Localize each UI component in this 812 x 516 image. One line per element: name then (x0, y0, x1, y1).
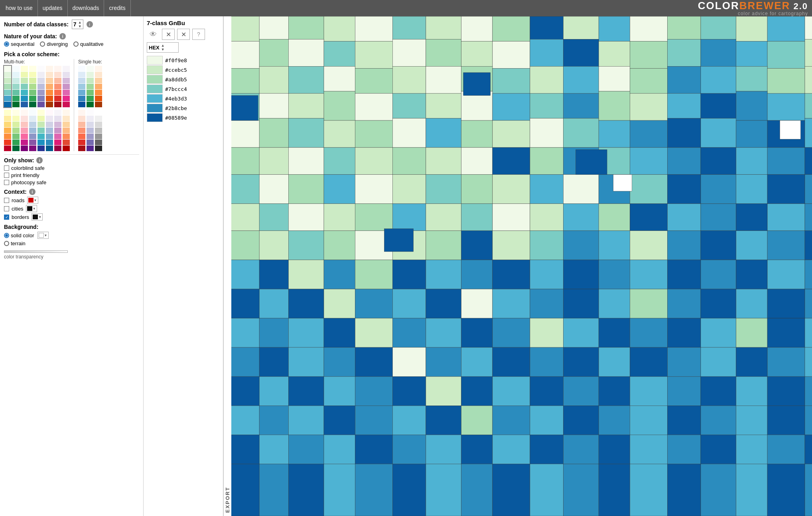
format-select[interactable]: HEX ▲ ▼ (147, 42, 179, 53)
swatch-col-gnbu_selected[interactable] (4, 66, 11, 107)
radio-sequential[interactable]: sequential (4, 41, 34, 47)
scheme-area: Multi-hue: Single hue: (4, 59, 139, 151)
num-classes-info[interactable]: i (87, 21, 93, 28)
swatch-col-bupu[interactable] (29, 110, 36, 151)
swatch-col-purd[interactable] (54, 110, 61, 151)
only-show-info[interactable]: i (36, 157, 43, 163)
cb-colorblind-box[interactable] (4, 165, 9, 171)
swatch-cell (37, 66, 45, 71)
svg-rect-55 (667, 66, 701, 93)
question-icon-btn[interactable]: ? (192, 29, 205, 40)
swatch-col-ylgn[interactable] (12, 110, 20, 151)
svg-rect-223 (259, 318, 288, 347)
svg-rect-345 (780, 120, 800, 139)
swatch-cell (78, 110, 85, 115)
swatch-cell (78, 102, 85, 107)
swatch-col-oranges[interactable] (46, 66, 53, 107)
color-hex: #2b8cbe (165, 105, 187, 111)
swatch-col-greens[interactable] (29, 66, 36, 107)
context-info[interactable]: i (29, 189, 35, 195)
transparency-slider[interactable] (4, 250, 68, 253)
swatch-col-rdpu[interactable] (21, 110, 28, 151)
cb-colorblind[interactable]: colorblind safe (4, 165, 139, 171)
bg-color-dropdown[interactable]: ▼ (37, 232, 49, 239)
cb-cities-box[interactable] (4, 206, 9, 211)
svg-rect-88 (426, 118, 461, 148)
brand-color-text: COLOR (698, 0, 739, 12)
swatch-col-sh1[interactable] (78, 66, 85, 107)
svg-rect-268 (426, 376, 461, 406)
swatch-col-ylorrd[interactable] (4, 110, 11, 151)
svg-rect-16 (701, 16, 736, 39)
swatch-cell (87, 96, 94, 101)
export-label[interactable]: EXPORT (223, 16, 231, 516)
swatch-cell (95, 128, 102, 133)
svg-rect-150 (493, 204, 530, 231)
swatch-cell (54, 128, 61, 133)
swatch-col-pinks[interactable] (63, 66, 70, 107)
swatch-col-sh5[interactable] (87, 110, 94, 151)
nav-how-to-use[interactable]: how to use (4, 0, 38, 16)
cities-color-dropdown[interactable]: ▼ (26, 205, 37, 212)
svg-rect-177 (736, 231, 767, 260)
svg-rect-110 (493, 148, 530, 175)
swatch-col-orrd[interactable] (63, 110, 70, 151)
svg-rect-44 (288, 66, 324, 93)
borders-color-dropdown[interactable]: ▼ (32, 213, 43, 221)
svg-rect-309 (461, 435, 493, 464)
svg-rect-184 (288, 260, 324, 289)
svg-rect-3 (259, 16, 288, 39)
cb-print-box[interactable] (4, 173, 9, 178)
svg-rect-218 (767, 289, 805, 318)
swatch-col-bugn[interactable] (12, 66, 20, 107)
swatch-col-blues[interactable] (21, 66, 28, 107)
radio-diverging-circle (40, 41, 45, 47)
swatch-cell (95, 140, 102, 145)
eye-icon-btn[interactable]: 👁 (147, 29, 160, 40)
svg-rect-48 (426, 66, 461, 93)
radio-diverging[interactable]: diverging (40, 41, 68, 47)
cb-photocopy-box[interactable] (4, 180, 9, 185)
swatch-cell (95, 134, 102, 139)
swatch-col-sh3[interactable] (95, 66, 102, 107)
swatch-col-sh4[interactable] (78, 110, 85, 151)
radio-qualitative[interactable]: qualitative (73, 41, 104, 47)
radio-terrain[interactable]: terrain (4, 240, 139, 246)
nav-updates[interactable]: updates (38, 0, 68, 16)
roads-color-dropdown[interactable]: ▼ (27, 197, 38, 204)
cb-roads-box[interactable] (4, 198, 9, 203)
num-classes-spinner[interactable]: 7 ▲ ▼ (72, 20, 83, 29)
swatch-cell (87, 84, 94, 89)
svg-rect-277 (736, 376, 767, 406)
format-arrows[interactable]: ▲ ▼ (161, 43, 165, 51)
swatch-col-pubu[interactable] (46, 110, 53, 151)
swatch-col-sh2[interactable] (87, 66, 94, 107)
x-icon-btn-2[interactable]: ✕ (177, 29, 190, 40)
swatch-cell (37, 90, 45, 95)
swatch-cell (54, 78, 61, 83)
svg-rect-176 (701, 231, 736, 260)
cb-colorblind-label: colorblind safe (11, 165, 45, 171)
radio-solid-color[interactable]: solid color ▼ (4, 232, 139, 239)
nav-credits[interactable]: credits (104, 0, 130, 16)
cb-print[interactable]: print friendly (4, 172, 139, 178)
swatch-cell (12, 72, 20, 77)
nature-info[interactable]: i (59, 33, 66, 39)
swatch-col-reds[interactable] (54, 66, 61, 107)
svg-rect-267 (392, 376, 426, 406)
svg-rect-342 (384, 229, 413, 252)
swatch-col-purples[interactable] (37, 66, 45, 107)
swatch-col-sh6[interactable] (95, 110, 102, 151)
swatch-cell (12, 140, 20, 145)
svg-rect-228 (426, 318, 461, 347)
borders-dropdown-arrow: ▼ (38, 215, 41, 219)
svg-rect-91 (530, 118, 564, 148)
svg-rect-63 (259, 93, 288, 118)
swatch-cell (12, 96, 20, 101)
x-icon-btn-1[interactable]: ✕ (162, 29, 175, 40)
swatch-col-ylgnbu[interactable] (37, 110, 45, 151)
cb-photocopy[interactable]: photocopy safe (4, 179, 139, 185)
nav-downloads[interactable]: downloads (68, 0, 104, 16)
cb-borders-box[interactable] (4, 215, 9, 220)
spinner-arrows[interactable]: ▲ ▼ (78, 20, 82, 28)
